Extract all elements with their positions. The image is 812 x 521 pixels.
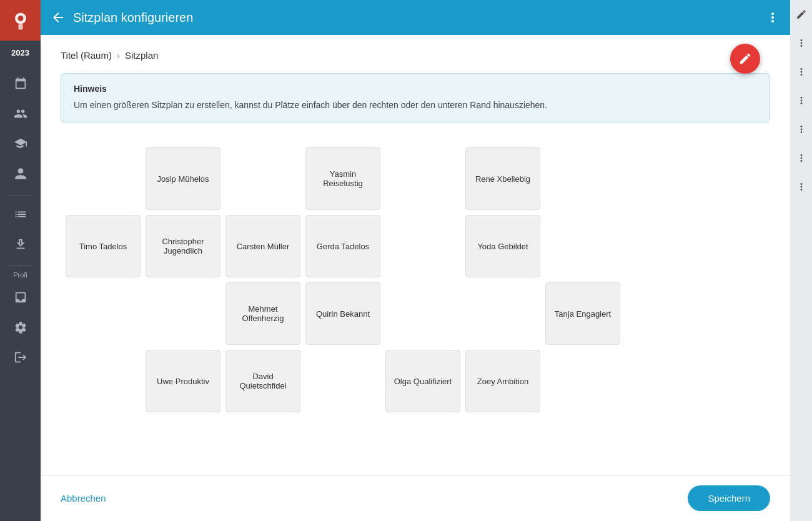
seat-cell-empty [146,282,220,345]
seat-cell-empty [385,215,460,277]
list-icon[interactable] [7,201,34,228]
right-panel-pencil-icon[interactable] [792,5,811,24]
right-panel-more-icon-1[interactable] [792,34,811,52]
breadcrumb-part2: Sitzplan [125,50,158,61]
sidebar: 2023 Profi [0,0,41,521]
seat-cell[interactable]: Olga Qualifiziert [385,350,460,412]
seat-cell-empty [545,215,620,277]
svg-point-1 [17,15,23,21]
seat-grid-container: Josip MühelosYasmin ReiselustigRene Xbel… [61,137,770,422]
seat-cell[interactable]: Zoey Ambition [465,350,540,412]
seat-cell[interactable]: Mehmet Offenherzig [225,282,300,345]
seat-grid: Josip MühelosYasmin ReiselustigRene Xbel… [61,142,770,417]
topbar: Sitzplan konfigurieren [41,0,790,35]
hint-box: Hinweis Um einen größeren Sitzplan zu er… [61,73,770,122]
seat-cell[interactable]: Gerda Tadelos [305,215,380,277]
seat-cell[interactable]: Christopher Jugendlich [146,215,220,277]
seat-cell[interactable]: Josip Mühelos [146,147,220,210]
seat-cell-empty [66,282,141,345]
sidebar-year: 2023 [11,46,29,60]
main-content: Sitzplan konfigurieren Titel (Raum) › Si… [41,0,790,521]
hint-title: Hinweis [74,84,757,94]
right-panel-more-icon-2[interactable] [792,62,811,81]
seat-cell[interactable]: Uwe Produktiv [146,350,220,412]
fab-edit-button[interactable] [730,44,760,74]
breadcrumb-separator: › [117,50,120,61]
page-title: Sitzplan konfigurieren [73,11,765,25]
seat-cell[interactable]: Yoda Gebildet [465,215,540,277]
seat-cell-empty [225,147,300,210]
topbar-menu-button[interactable] [765,10,780,25]
right-panel-more-icon-5[interactable] [792,149,811,167]
seat-cell-empty [465,282,540,345]
calendar-icon[interactable] [7,70,34,97]
right-panel-more-icon-3[interactable] [792,91,811,110]
download-icon[interactable] [7,231,34,258]
seat-cell[interactable]: Carsten Müller [225,215,300,277]
dialog-inner: Titel (Raum) › Sitzplan Hinweis Um einen… [41,35,790,475]
seat-cell-empty [385,282,460,345]
logout-icon[interactable] [7,344,34,371]
app-logo[interactable] [0,0,41,41]
save-button[interactable]: Speichern [688,485,770,511]
seat-cell[interactable]: Quirin Bekannt [305,282,380,345]
inbox-icon[interactable] [7,284,34,311]
user-icon[interactable] [7,160,34,187]
seat-cell[interactable]: Timo Tadelos [66,215,141,277]
dialog-area: Titel (Raum) › Sitzplan Hinweis Um einen… [41,35,790,521]
seat-cell-empty [385,147,460,210]
svg-rect-2 [18,24,22,29]
profile-label: Profi [13,271,27,279]
right-panel [790,0,812,521]
breadcrumb-part1: Titel (Raum) [61,50,112,61]
seat-cell-empty [66,147,141,210]
hint-text: Um einen größeren Sitzplan zu erstellen,… [74,99,757,112]
back-button[interactable] [51,10,66,25]
right-panel-more-icon-4[interactable] [792,120,811,139]
seat-cell[interactable]: Yasmin Reiselustig [305,147,380,210]
seat-cell-empty [66,350,141,412]
right-panel-more-icon-6[interactable] [792,177,811,196]
seat-cell[interactable]: Tanja Engagiert [545,282,620,345]
seat-cell[interactable]: David Quietschfidel [225,350,300,412]
seat-cell-empty [545,147,620,210]
people-icon[interactable] [7,100,34,127]
dialog-footer: Abbrechen Speichern [41,475,790,521]
seat-cell[interactable]: Rene Xbeliebig [465,147,540,210]
breadcrumb: Titel (Raum) › Sitzplan [61,50,770,61]
cancel-button[interactable]: Abbrechen [61,488,106,509]
seat-cell-empty [545,350,620,412]
seat-cell-empty [305,350,380,412]
graduation-icon[interactable] [7,130,34,157]
settings-icon[interactable] [7,314,34,341]
